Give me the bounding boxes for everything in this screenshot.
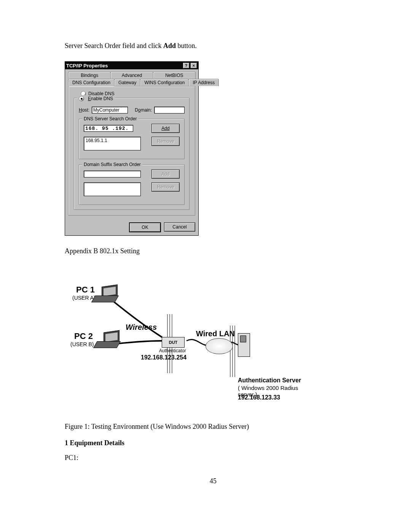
tcpip-properties-dialog: TCP/IP Properties ? × Bindings Advanced … [65, 61, 199, 236]
dut-box: DUT [162, 337, 185, 348]
server-icon [238, 333, 250, 357]
tab-strip: Bindings Advanced NetBIOS DNS Configurat… [68, 72, 195, 216]
appendix-heading: Appendix B 802.1x Setting [65, 247, 362, 255]
dns-remove-button[interactable]: Remove [151, 137, 180, 146]
dns-new-entry-input[interactable] [84, 125, 133, 132]
server-ip-label: 192.168.123.33 [238, 394, 280, 401]
host-label: Host: [79, 107, 89, 113]
tab-ip-address[interactable]: IP Address [188, 79, 219, 86]
authenticator-label: Authenticator [159, 348, 186, 353]
equipment-details-heading: 1 Equipment Details [65, 439, 362, 447]
domain-input[interactable] [154, 107, 185, 113]
figure-caption: Figure 1: Testing Environment (Use Windo… [65, 423, 362, 431]
tab-gateway[interactable]: Gateway [114, 79, 140, 86]
suffix-search-order-group: Domain Suffix Search Order Add Remove [79, 165, 185, 205]
tab-bindings[interactable]: Bindings [68, 72, 111, 79]
wireless-label: Wireless [126, 323, 157, 332]
help-button[interactable]: ? [183, 62, 190, 69]
dialog-titlebar: TCP/IP Properties ? × [65, 62, 198, 69]
cancel-button[interactable]: Cancel [164, 222, 195, 232]
dns-list[interactable]: 168.95.1.1 [84, 137, 141, 150]
cloud-icon [206, 338, 233, 354]
dns-add-button[interactable]: Add [151, 124, 180, 133]
enable-dns-group: Enable DNS Host: Domain: DNS Server Sear… [74, 98, 190, 210]
suffix-list[interactable] [84, 182, 141, 196]
intro-bold: Add [163, 42, 176, 50]
tab-wins-configuration[interactable]: WINS Configuration [140, 79, 189, 86]
close-button[interactable]: × [190, 62, 197, 69]
dns-search-order-group: DNS Server Search Order Add 168.95.1.1 [79, 119, 185, 159]
enable-dns-radio[interactable] [79, 96, 84, 101]
host-input[interactable] [92, 107, 128, 113]
suffix-new-entry-input[interactable] [84, 171, 141, 177]
pc2-label: PC 2 [74, 331, 93, 341]
suffix-order-legend: Domain Suffix Search Order [82, 162, 142, 167]
domain-label: Domain: [135, 107, 152, 113]
tab-dns-configuration[interactable]: DNS Configuration [68, 79, 115, 86]
page-number: 45 [65, 477, 362, 485]
dut-label: DUT [169, 340, 178, 345]
wired-lan-label: Wired LAN [196, 329, 235, 338]
laptop-icon [95, 331, 122, 350]
usera-label: (USER A) [72, 295, 96, 301]
tab-netbios[interactable]: NetBIOS [153, 72, 196, 79]
dns-order-legend: DNS Server Search Order [82, 116, 138, 121]
pc1-line: PC1: [65, 454, 362, 462]
authserver-label: Authentication Server [238, 377, 301, 384]
close-icon: × [193, 64, 195, 68]
userb-label: (USER B) [70, 341, 94, 347]
intro-prefix: Server Search Order field and click [65, 42, 163, 50]
network-diagram: PC 1 (USER A) PC 2 (USER B) Wireless DUT… [65, 278, 308, 407]
help-icon: ? [185, 64, 188, 68]
suffix-remove-button[interactable]: Remove [151, 182, 180, 192]
dut-ip-label: 192.168.123.254 [141, 354, 186, 361]
intro-text: Server Search Order field and click Add … [65, 42, 362, 50]
tab-advanced[interactable]: Advanced [110, 72, 153, 79]
suffix-add-button[interactable]: Add [151, 169, 180, 179]
enable-dns-label: Enable DNS [88, 96, 113, 101]
laptop-icon [93, 286, 120, 305]
dialog-title: TCP/IP Properties [66, 63, 108, 69]
ok-button[interactable]: OK [129, 222, 161, 232]
dns-list-item: 168.95.1.1 [86, 138, 139, 143]
intro-suffix: button. [176, 42, 197, 50]
pc1-label: PC 1 [76, 285, 95, 295]
dns-configuration-panel: Disable DNS Enable DNS Host: [68, 86, 195, 216]
